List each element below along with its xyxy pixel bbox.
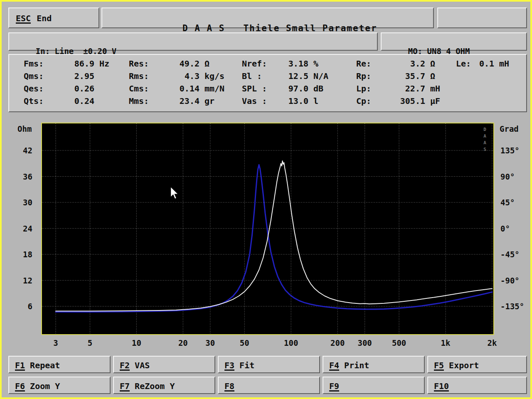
f5-button[interactable]: F5Export bbox=[427, 356, 527, 373]
f7-button[interactable]: F7ReZoom Y bbox=[113, 377, 215, 394]
f9-key-label: F9 bbox=[329, 382, 339, 392]
x-tick-100: 100 bbox=[284, 338, 298, 347]
f7-button-label: ReZoom Y bbox=[135, 381, 175, 391]
f6-key-label: F6 bbox=[15, 382, 25, 392]
y-right-tick--90: -90° bbox=[500, 276, 520, 285]
param-lp: Lp:22.7mH bbox=[356, 84, 456, 96]
y-left-tick-24: 24 bbox=[23, 224, 32, 233]
f5-button-label: Export bbox=[449, 360, 479, 370]
f9-button[interactable]: F9 bbox=[323, 377, 425, 394]
x-tick-10: 10 bbox=[132, 338, 141, 347]
y-right-tick-135: 135° bbox=[500, 146, 520, 155]
f2-key-label: F2 bbox=[120, 361, 130, 371]
y-right-tick-0: 0° bbox=[500, 224, 510, 233]
y-left-tick-36: 36 bbox=[23, 172, 32, 181]
f3-button-label: Fit bbox=[239, 360, 254, 370]
f1-button-label: Repeat bbox=[30, 360, 60, 370]
y-left-tick-18: 18 bbox=[23, 250, 32, 259]
y-right-tick-90: 90° bbox=[500, 172, 515, 181]
y-right-tick--135: -135° bbox=[500, 302, 524, 311]
x-tick-5: 5 bbox=[88, 338, 92, 347]
thiele-small-parameter-panel: Fms:86.9HzRes:49.2ΩNref:3.18%Re:3.2ΩLe:0… bbox=[8, 54, 527, 112]
f5-key-label: F5 bbox=[434, 361, 444, 371]
x-tick-20: 20 bbox=[178, 338, 188, 347]
x-tick-3: 3 bbox=[53, 338, 58, 347]
param-bl: Bl :12.5N/A bbox=[242, 71, 356, 84]
window-title-bar: D A A S Thiele Small Parameter bbox=[101, 7, 434, 28]
f1-button[interactable]: F1Repeat bbox=[8, 356, 111, 373]
f2-button-label: VAS bbox=[135, 360, 150, 370]
param-qts: Qts:0.24 bbox=[24, 96, 129, 108]
y-axis-left-ticks: 4236302418126 bbox=[2, 123, 34, 335]
impedance-free-air-curve bbox=[56, 161, 492, 311]
esc-end-button[interactable]: ESCEnd bbox=[8, 7, 99, 28]
param-spl: SPL :97.0dB bbox=[242, 84, 356, 96]
x-tick-1k: 1k bbox=[441, 338, 451, 347]
param-cp: Cp:305.1μF bbox=[356, 96, 456, 108]
f1-key-label: F1 bbox=[15, 361, 25, 371]
f3-key-label: F3 bbox=[224, 361, 234, 371]
esc-end-label: End bbox=[37, 13, 52, 23]
page-title: D A A S Thiele Small Parameter bbox=[182, 23, 377, 33]
f8-key-label: F8 bbox=[224, 382, 234, 392]
y-right-tick--45: -45° bbox=[500, 250, 520, 259]
param-fms: Fms:86.9Hz bbox=[24, 59, 129, 71]
x-tick-200: 200 bbox=[330, 338, 345, 347]
param-rp: Rp:35.7Ω bbox=[356, 71, 456, 84]
chart-canvas bbox=[42, 123, 493, 334]
f10-key-label: F10 bbox=[434, 382, 449, 392]
f6-button[interactable]: F6Zoom Y bbox=[8, 377, 111, 394]
parameter-grid: Fms:86.9HzRes:49.2ΩNref:3.18%Re:3.2ΩLe:0… bbox=[24, 59, 526, 108]
y-axis-right-ticks: 135°90°45°0°-45°-90°-135° bbox=[497, 123, 532, 335]
f4-button-label: Print bbox=[344, 360, 369, 370]
model-select-button[interactable]: MO: UN8 4 OHM bbox=[381, 32, 527, 51]
x-tick-50: 50 bbox=[240, 338, 249, 347]
x-tick-300: 300 bbox=[357, 338, 372, 347]
impedance-added-mass-curve bbox=[56, 165, 492, 312]
param-qms: Qms:2.95 bbox=[24, 71, 129, 84]
daas-watermark: DAAS bbox=[482, 127, 488, 153]
param-res: Res:49.2Ω bbox=[129, 59, 242, 71]
param-rms: Rms:4.3kg/s bbox=[129, 71, 242, 84]
top-right-panel bbox=[437, 7, 527, 28]
f3-button[interactable]: F3Fit bbox=[218, 356, 320, 373]
param-qes: Qes:0.26 bbox=[24, 84, 129, 96]
param-re: Re:3.2Ω bbox=[356, 59, 456, 71]
y-left-tick-6: 6 bbox=[28, 302, 32, 311]
y-right-tick-45: 45° bbox=[500, 198, 515, 207]
x-tick-2k: 2k bbox=[488, 338, 497, 347]
f10-button[interactable]: F10 bbox=[427, 377, 527, 394]
param-mms: Mms:23.4gr bbox=[129, 96, 242, 108]
f8-button[interactable]: F8 bbox=[218, 377, 320, 394]
f4-key-label: F4 bbox=[329, 361, 339, 371]
param-nref: Nref:3.18% bbox=[242, 59, 356, 71]
param-vas: Vas :13.0l bbox=[242, 96, 356, 108]
input-status-panel: In: Line ±0.20 V bbox=[8, 32, 378, 51]
y-left-tick-12: 12 bbox=[23, 276, 32, 285]
f7-key-label: F7 bbox=[120, 382, 130, 392]
impedance-chart: DAAS bbox=[41, 123, 494, 335]
y-left-tick-42: 42 bbox=[23, 146, 32, 155]
x-tick-500: 500 bbox=[392, 338, 406, 347]
f2-button[interactable]: F2VAS bbox=[113, 356, 215, 373]
y-left-tick-30: 30 bbox=[23, 198, 32, 207]
f4-button[interactable]: F4Print bbox=[323, 356, 425, 373]
esc-key-label: ESC bbox=[16, 14, 31, 24]
param-cms: Cms:0.14mm/N bbox=[129, 84, 242, 96]
param-le: Le:0.1mH bbox=[456, 59, 526, 71]
x-axis-ticks: 35102030501002003005001k2k bbox=[42, 337, 493, 348]
daas-screen: ESCEnd D A A S Thiele Small Parameter In… bbox=[0, 0, 532, 399]
x-tick-30: 30 bbox=[205, 338, 215, 347]
f6-button-label: Zoom Y bbox=[30, 381, 60, 391]
